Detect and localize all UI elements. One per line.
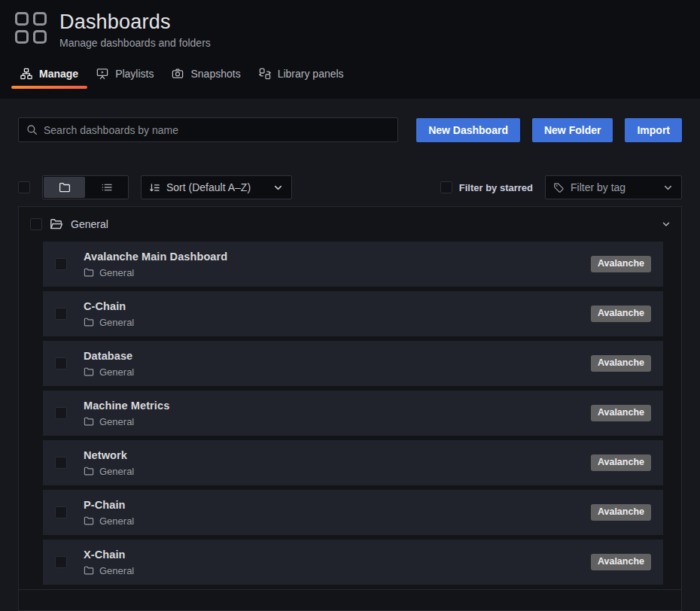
library-panels-icon (259, 68, 271, 80)
dashboard-tag-badge[interactable]: Avalanche (591, 355, 651, 372)
new-dashboard-button[interactable]: New Dashboard (416, 118, 520, 142)
apps-icon-square (33, 12, 47, 26)
filter-toolbar: Sort (Default A–Z) Filter by starred Fil… (18, 175, 682, 199)
tab-bar: Manage Playlists Snapshots (11, 61, 685, 89)
chevron-down-icon (662, 182, 674, 193)
row-checkbox[interactable] (55, 308, 67, 320)
folder-checkbox[interactable] (30, 218, 42, 230)
tab-label: Playlists (115, 68, 154, 80)
dashboard-row[interactable]: Machine Metrics General Avalanche (43, 391, 663, 436)
dashboard-folder-label: General (99, 515, 134, 527)
tab-playlists[interactable]: Playlists (87, 61, 163, 89)
row-checkbox[interactable] (55, 506, 67, 518)
page-title: Dashboards (59, 11, 211, 34)
dashboard-title: Machine Metrics (84, 400, 169, 412)
dashboard-folder-label: General (99, 317, 134, 328)
collapse-chevron-icon[interactable] (661, 219, 671, 230)
dashboard-folder: General (84, 515, 134, 527)
tag-select-placeholder: Filter by tag (571, 181, 625, 193)
sort-select-value: Sort (Default A–Z) (166, 181, 251, 193)
dashboard-title: C-Chain (84, 300, 134, 312)
dashboard-folder: General (84, 565, 134, 576)
folder-icon (84, 366, 94, 377)
dashboard-title: X-Chain (84, 549, 134, 561)
apps-icon-square (33, 30, 47, 44)
dashboard-folder-label: General (99, 466, 134, 477)
sitemap-icon (20, 68, 32, 80)
tab-label: Library panels (278, 68, 344, 80)
dashboard-title: Network (84, 449, 134, 461)
dashboard-tag-badge[interactable]: Avalanche (591, 405, 651, 421)
folder-icon (84, 515, 94, 526)
dashboard-folder-label: General (99, 565, 134, 576)
starred-checkbox[interactable] (440, 181, 452, 193)
dashboard-row[interactable]: Database General Avalanche (43, 341, 663, 386)
dashboard-tag-badge[interactable]: Avalanche (591, 504, 651, 521)
tab-manage[interactable]: Manage (11, 61, 87, 89)
list-view-button[interactable] (86, 176, 128, 199)
folder-view-button[interactable] (44, 177, 85, 198)
row-checkbox[interactable] (55, 258, 67, 270)
row-checkbox[interactable] (55, 556, 67, 568)
row-checkbox[interactable] (55, 407, 67, 419)
folder-view-icon (59, 181, 71, 193)
tab-label: Manage (39, 68, 78, 80)
dashboard-tag-badge[interactable]: Avalanche (591, 256, 651, 272)
dashboard-tag-badge[interactable]: Avalanche (591, 554, 651, 570)
dashboard-row[interactable]: C-Chain General Avalanche (43, 291, 663, 336)
tag-icon (553, 182, 565, 193)
dashboard-info: Network General (84, 449, 134, 477)
title-row: Dashboards Manage dashboards and folders (15, 11, 685, 49)
page-content: New Dashboard New Folder Import Sort (De… (0, 99, 700, 611)
dashboard-row[interactable]: Avalanche Main Dashboard General Avalanc… (43, 242, 663, 287)
folder-icon (84, 317, 94, 327)
dashboard-rows: Avalanche Main Dashboard General Avalanc… (19, 242, 681, 585)
chevron-down-icon (272, 182, 284, 193)
presentation-play-icon (96, 68, 108, 80)
dashboard-row[interactable]: P-Chain General Avalanche (43, 490, 663, 535)
new-folder-button[interactable]: New Folder (532, 118, 613, 142)
apps-icon-square (15, 12, 29, 26)
title-block: Dashboards Manage dashboards and folders (59, 11, 211, 49)
row-checkbox[interactable] (55, 457, 67, 469)
search-results-container: General Avalanche Main Dashboard General… (18, 206, 682, 611)
dashboard-folder: General (84, 466, 134, 477)
dashboard-row[interactable]: Network General Avalanche (43, 440, 663, 485)
dashboard-info: Machine Metrics General (84, 400, 169, 427)
filter-by-starred[interactable]: Filter by starred (440, 181, 533, 193)
active-tab-underline (11, 86, 87, 89)
dashboards-apps-icon (15, 12, 47, 44)
import-button[interactable]: Import (625, 118, 682, 142)
dashboard-title: Avalanche Main Dashboard (84, 251, 227, 263)
search-icon (26, 124, 38, 135)
folder-section-header[interactable]: General (19, 207, 681, 242)
filter-by-tag-select[interactable]: Filter by tag (545, 175, 682, 199)
dashboard-folder-label: General (99, 366, 134, 378)
dashboard-info: Database General (84, 350, 134, 378)
page-subtitle: Manage dashboards and folders (59, 37, 211, 49)
dashboard-folder: General (84, 416, 169, 427)
select-all-checkbox[interactable] (18, 181, 30, 193)
folder-icon (84, 466, 94, 476)
dashboard-row[interactable]: X-Chain General Avalanche (43, 540, 663, 585)
row-checkbox[interactable] (55, 357, 67, 369)
tab-label: Snapshots (190, 68, 240, 80)
dashboard-folder-label: General (99, 416, 134, 427)
folder-name: General (71, 218, 108, 230)
dashboard-info: X-Chain General (84, 549, 134, 576)
dashboard-tag-badge[interactable]: Avalanche (591, 306, 651, 322)
tab-library-panels[interactable]: Library panels (250, 61, 353, 89)
dashboard-folder: General (84, 366, 134, 378)
camera-icon (172, 68, 184, 80)
search-box (18, 117, 398, 142)
list-view-icon (101, 181, 113, 193)
sort-select[interactable]: Sort (Default A–Z) (141, 175, 292, 199)
dashboard-title: P-Chain (84, 499, 134, 511)
dashboard-info: Avalanche Main Dashboard General (84, 251, 227, 278)
sort-icon (149, 182, 160, 193)
dashboard-folder-label: General (99, 267, 134, 278)
starred-label: Filter by starred (459, 182, 533, 193)
tab-snapshots[interactable]: Snapshots (163, 61, 249, 89)
search-input[interactable] (44, 124, 390, 136)
dashboard-tag-badge[interactable]: Avalanche (591, 454, 651, 471)
